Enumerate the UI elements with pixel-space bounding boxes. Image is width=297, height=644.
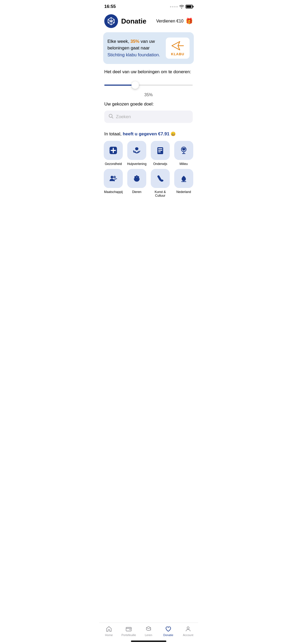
arts-icon xyxy=(155,174,165,183)
svg-point-20 xyxy=(138,178,140,180)
svg-point-14 xyxy=(111,176,113,178)
total-amount: heeft u gegeven €7.91 xyxy=(123,131,169,136)
category-hulpverlening-label: Hulpverlening xyxy=(127,162,146,166)
battery-icon xyxy=(186,5,193,8)
category-onderwijs[interactable]: Onderwijs xyxy=(150,141,171,166)
category-gezondheid-icon-box xyxy=(104,141,123,160)
svg-point-23 xyxy=(160,180,163,182)
category-dieren-label: Dieren xyxy=(132,190,141,194)
signal-dots-icon xyxy=(170,6,178,7)
svg-rect-9 xyxy=(158,151,161,152)
klabu-logo: KLABU xyxy=(166,38,190,59)
slider-track xyxy=(104,85,193,86)
category-hulpverlening-icon-box xyxy=(127,141,146,160)
slider-fill xyxy=(104,85,135,86)
category-kunst-cultuur-icon-box xyxy=(151,169,170,188)
education-icon xyxy=(155,146,165,155)
svg-point-21 xyxy=(134,178,135,180)
banner-text: Elke week, 35% van uw beloningen gaat na… xyxy=(107,38,163,58)
category-milieu-icon-box xyxy=(174,141,193,160)
chosen-goal-label: Uw gekozen goede doel: xyxy=(104,102,193,107)
category-maatschappij[interactable]: Maatschappij xyxy=(103,169,124,197)
category-onderwijs-icon-box xyxy=(151,141,170,160)
category-nederland-label: Nederland xyxy=(176,190,191,194)
donation-slider[interactable] xyxy=(104,80,193,90)
animals-icon xyxy=(132,174,142,183)
category-milieu-label: Milieu xyxy=(180,162,188,166)
banner-percentage: 35% xyxy=(130,39,139,44)
society-icon xyxy=(109,174,118,183)
category-dieren[interactable]: Dieren xyxy=(127,169,147,197)
categories-grid: Gezondheid Hulpverlening xyxy=(99,141,198,197)
status-icons xyxy=(170,5,193,8)
search-icon xyxy=(109,114,113,120)
category-hulpverlening[interactable]: Hulpverlening xyxy=(127,141,147,166)
svg-rect-7 xyxy=(158,148,162,149)
status-time: 16:55 xyxy=(104,4,116,9)
total-prefix: In totaal, xyxy=(104,131,123,136)
slider-label: Het deel van uw beloningen om te doneren… xyxy=(104,69,193,75)
earn-section[interactable]: Verdienen €10 🎁 xyxy=(156,18,193,25)
slider-thumb[interactable] xyxy=(131,81,139,89)
category-gezondheid[interactable]: Gezondheid xyxy=(103,141,124,166)
category-kunst-cultuur[interactable]: Kunst & Cultuur xyxy=(150,169,171,197)
total-emoji: 😀 xyxy=(169,132,176,136)
environment-icon xyxy=(179,146,188,155)
banner-card: Elke week, 35% van uw beloningen gaat na… xyxy=(103,32,194,64)
klabu-arrow-icon xyxy=(171,40,185,51)
category-gezondheid-label: Gezondheid xyxy=(105,162,122,166)
banner-link[interactable]: Stichting klabu foundation. xyxy=(107,52,160,57)
svg-point-4 xyxy=(109,114,112,117)
svg-point-19 xyxy=(136,175,138,177)
aid-icon xyxy=(132,146,142,155)
klabu-label: KLABU xyxy=(171,52,185,56)
slider-section: Het deel van uw beloningen om te doneren… xyxy=(99,69,198,97)
page-header: Donatie Verdienen €10 🎁 xyxy=(99,12,198,32)
banner-text-prefix: Elke week, xyxy=(107,39,130,44)
svg-rect-8 xyxy=(158,150,162,151)
total-section: In totaal, heeft u gegeven €7.91 😀 xyxy=(99,127,198,141)
page-title: Donatie xyxy=(121,17,156,25)
search-placeholder: Zoeken xyxy=(116,114,131,119)
chosen-goal-section: Uw gekozen goede doel: Zoeken xyxy=(99,102,198,123)
gift-icon: 🎁 xyxy=(186,18,193,25)
search-box[interactable]: Zoeken xyxy=(104,111,193,123)
category-onderwijs-label: Onderwijs xyxy=(153,162,167,166)
category-milieu[interactable]: Milieu xyxy=(173,141,194,166)
svg-point-15 xyxy=(113,176,116,178)
category-kunst-cultuur-label: Kunst & Cultuur xyxy=(150,190,171,197)
wifi-icon xyxy=(179,5,184,8)
category-nederland[interactable]: Nederland xyxy=(173,169,194,197)
category-maatschappij-icon-box xyxy=(104,169,123,188)
netherlands-icon xyxy=(179,174,188,183)
health-icon xyxy=(109,146,118,155)
category-maatschappij-label: Maatschappij xyxy=(104,190,123,194)
slider-value: 35% xyxy=(104,93,193,97)
status-bar: 16:55 xyxy=(99,0,198,12)
app-logo xyxy=(104,14,118,28)
category-dieren-icon-box xyxy=(127,169,146,188)
earn-text: Verdienen €10 xyxy=(156,19,183,24)
category-nederland-icon-box xyxy=(174,169,193,188)
